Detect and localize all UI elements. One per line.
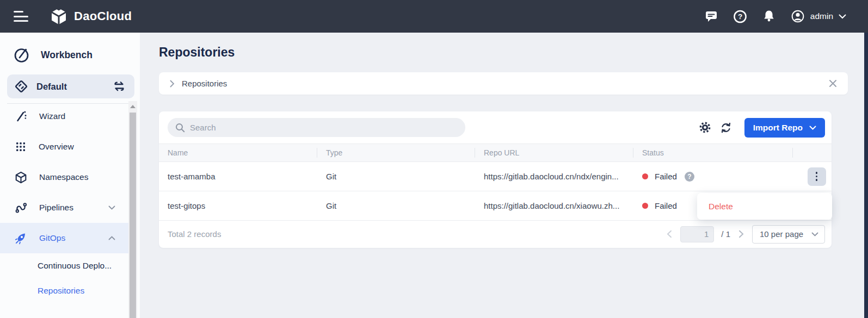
row-context-menu: Delete bbox=[697, 193, 832, 220]
topbar: DaoCloud ? bbox=[0, 0, 868, 33]
nav-label: Wizard bbox=[39, 111, 65, 121]
status-label: Failed bbox=[655, 172, 677, 181]
help-icon[interactable]: ? bbox=[733, 9, 747, 23]
repo-name-cell: test-gitops bbox=[159, 191, 317, 220]
sidebar-scrollbar[interactable] bbox=[128, 101, 137, 318]
sidebar-item-overview[interactable]: Overview bbox=[0, 132, 128, 162]
sub-label: Repositories bbox=[38, 286, 84, 296]
sidebar-item-pipelines[interactable]: Pipelines bbox=[0, 192, 128, 223]
nav-label: Overview bbox=[39, 142, 74, 152]
daocloud-app: DaoCloud ? bbox=[0, 0, 868, 318]
workbench-icon bbox=[13, 47, 30, 64]
total-records-label: Total 2 records bbox=[168, 229, 221, 239]
column-header-actions bbox=[793, 144, 832, 161]
table-row[interactable]: test-amamba Git https://gitlab.daocloud.… bbox=[159, 162, 832, 191]
menu-item-delete[interactable]: Delete bbox=[697, 202, 832, 211]
page-size-value: 10 per page bbox=[760, 229, 803, 239]
repositories-card: Import Repo Name Type Repo URL Status te… bbox=[159, 111, 832, 248]
breadcrumb-item[interactable]: Repositories bbox=[182, 79, 227, 88]
page-title: Repositories bbox=[159, 45, 235, 60]
brand[interactable]: DaoCloud bbox=[49, 7, 132, 26]
topbar-actions: ? admin bbox=[704, 9, 846, 23]
prev-page-chevron-icon[interactable] bbox=[666, 229, 673, 239]
column-header-name: Name bbox=[159, 144, 317, 161]
column-header-repo-url: Repo URL bbox=[475, 144, 633, 161]
import-repo-label: Import Repo bbox=[753, 123, 803, 133]
nav-label: GitOps bbox=[39, 233, 65, 243]
sidebar-item-repositories[interactable]: Repositories bbox=[0, 278, 128, 303]
table-toolbar: Import Repo bbox=[159, 111, 832, 144]
search-input[interactable] bbox=[190, 123, 458, 132]
svg-text:?: ? bbox=[738, 13, 742, 21]
nav-label: Namespaces bbox=[39, 172, 88, 182]
switch-workspace-icon[interactable] bbox=[113, 80, 126, 92]
import-repo-button[interactable]: Import Repo bbox=[744, 118, 825, 138]
scroll-up-arrow-icon[interactable] bbox=[130, 105, 136, 108]
refresh-icon[interactable] bbox=[719, 121, 732, 134]
sub-label: Continuous Deplo... bbox=[38, 261, 112, 271]
repo-url-cell: https://gitlab.daocloud.cn/xiaowu.zh... bbox=[475, 191, 633, 220]
status-label: Failed bbox=[655, 201, 677, 210]
avatar-icon bbox=[791, 9, 805, 23]
username-label: admin bbox=[810, 11, 833, 21]
main-content: Repositories Repositories bbox=[140, 33, 864, 318]
close-icon[interactable] bbox=[829, 79, 837, 88]
status-help-icon[interactable]: ? bbox=[685, 172, 694, 182]
sidebar: Workbench Default bbox=[0, 33, 140, 318]
import-repo-dropdown-chevron-icon[interactable] bbox=[809, 126, 816, 130]
row-actions-cell bbox=[793, 162, 832, 191]
page-count-label: / 1 bbox=[721, 229, 730, 239]
chevron-right-icon bbox=[170, 80, 175, 88]
wizard-wand-icon bbox=[14, 110, 28, 123]
sidebar-item-workbench[interactable]: Workbench bbox=[0, 33, 140, 72]
brand-name: DaoCloud bbox=[74, 9, 132, 23]
namespaces-cube-icon bbox=[14, 171, 28, 184]
sidebar-item-continuous-deployment[interactable]: Continuous Deplo... bbox=[0, 253, 128, 278]
status-failed-dot bbox=[642, 203, 648, 209]
page-scrollbar[interactable] bbox=[864, 33, 868, 318]
workspace-selector[interactable]: Default bbox=[7, 74, 134, 98]
user-menu[interactable]: admin bbox=[791, 9, 846, 23]
messages-icon[interactable] bbox=[704, 9, 718, 23]
row-kebab-menu-button[interactable] bbox=[808, 167, 826, 186]
gear-icon[interactable] bbox=[699, 121, 712, 134]
next-page-chevron-icon[interactable] bbox=[737, 229, 745, 239]
menu-toggle-icon[interactable] bbox=[14, 11, 28, 22]
pagination: / 1 10 per page bbox=[666, 225, 825, 244]
workbench-label: Workbench bbox=[41, 49, 93, 61]
repo-name-cell: test-amamba bbox=[159, 162, 317, 191]
chevron-up-icon bbox=[108, 236, 115, 240]
pipelines-icon bbox=[14, 201, 28, 215]
daocloud-logo-icon bbox=[49, 7, 69, 26]
nav-label: Pipelines bbox=[39, 203, 73, 213]
repo-type-cell: Git bbox=[317, 162, 475, 191]
chevron-down-icon bbox=[811, 232, 818, 236]
column-header-type: Type bbox=[317, 144, 475, 161]
page-number-input[interactable] bbox=[680, 226, 714, 242]
sidebar-item-gitops[interactable]: GitOps bbox=[0, 223, 128, 253]
chevron-down-icon bbox=[108, 205, 115, 210]
sidebar-item-namespaces[interactable]: Namespaces bbox=[0, 162, 128, 192]
sidebar-nav: Wizard Overview bbox=[0, 101, 128, 303]
gitops-rocket-icon bbox=[14, 232, 28, 245]
user-chevron-down-icon bbox=[839, 14, 846, 19]
repo-url-cell: https://gitlab.daocloud.cn/ndx/engin... bbox=[475, 162, 633, 191]
workspace-icon bbox=[14, 79, 28, 93]
overview-grid-icon bbox=[14, 140, 27, 153]
notifications-bell-icon[interactable] bbox=[762, 9, 776, 23]
repo-type-cell: Git bbox=[317, 191, 475, 220]
sidebar-item-wizard[interactable]: Wizard bbox=[0, 101, 128, 132]
search-icon bbox=[175, 123, 185, 133]
table-footer: Total 2 records / 1 10 per page bbox=[159, 221, 832, 247]
sidebar-scrollbar-thumb[interactable] bbox=[130, 113, 136, 318]
table-header: Name Type Repo URL Status bbox=[159, 144, 832, 162]
status-failed-dot bbox=[642, 173, 648, 179]
repo-status-cell: Failed ? bbox=[633, 162, 793, 191]
page-size-select[interactable]: 10 per page bbox=[752, 225, 825, 244]
workspace-label: Default bbox=[36, 82, 67, 92]
column-header-status: Status bbox=[633, 144, 793, 161]
breadcrumb: Repositories bbox=[159, 72, 848, 95]
search-box bbox=[168, 118, 465, 137]
